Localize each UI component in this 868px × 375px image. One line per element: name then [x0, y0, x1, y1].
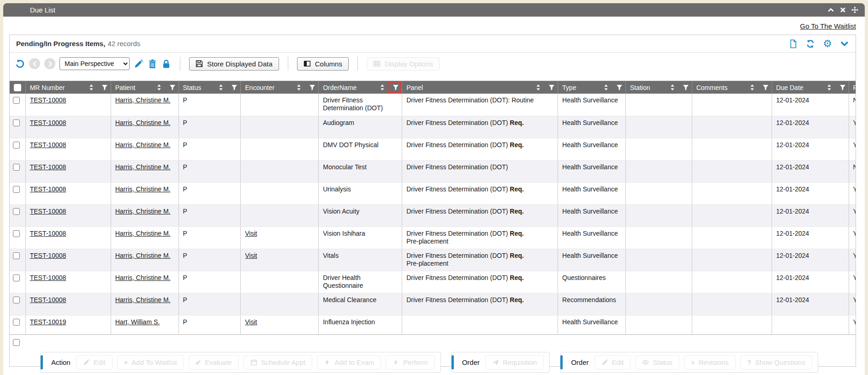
filter-icon[interactable]	[837, 84, 846, 91]
new-document-icon[interactable]	[789, 39, 798, 48]
sort-icon[interactable]	[153, 84, 162, 91]
select-all-header[interactable]	[10, 81, 25, 94]
mr-number-link[interactable]: TEST-10008	[30, 252, 66, 259]
next-perspective-button[interactable]	[44, 58, 55, 69]
filter-icon[interactable]	[99, 84, 108, 91]
perspective-select[interactable]: Main Perspective	[59, 57, 130, 70]
row-checkbox[interactable]	[13, 297, 20, 304]
mr-number-link[interactable]: TEST-10008	[30, 96, 66, 104]
column-header-encounter[interactable]: Encounter	[241, 81, 319, 94]
filter-icon[interactable]	[680, 84, 689, 91]
sort-icon[interactable]	[600, 84, 609, 91]
mr-number-link[interactable]: TEST-10008	[30, 119, 66, 126]
row-checkbox[interactable]	[13, 97, 20, 104]
mr-number-link[interactable]: TEST-10008	[30, 141, 66, 149]
mr-number-link[interactable]: TEST-10008	[30, 208, 66, 215]
delete-perspective-icon[interactable]	[148, 59, 157, 69]
window-content: Go To The Waitlist Pending/In Progress I…	[3, 17, 865, 375]
sort-icon[interactable]	[215, 84, 224, 91]
patient-link[interactable]: Harris, Christine M.	[115, 185, 171, 193]
patient-link[interactable]: Harris, Christine M.	[115, 252, 171, 259]
column-header-comments[interactable]: Comments	[692, 81, 772, 94]
select-all-bottom-checkbox[interactable]	[13, 339, 20, 346]
patient-link[interactable]: Harris, Christine M.	[115, 296, 171, 304]
patient-link[interactable]: Harris, Christine M.	[115, 141, 171, 149]
mr-number-link[interactable]: TEST-10008	[30, 296, 66, 304]
mr-number-link[interactable]: TEST-10008	[30, 274, 66, 281]
filter-icon[interactable]	[760, 84, 769, 91]
filter-icon-highlighted[interactable]	[390, 84, 399, 91]
visit-link[interactable]: Visit	[245, 252, 257, 259]
sort-icon[interactable]	[376, 84, 386, 91]
station-cell	[625, 182, 692, 204]
gear-icon[interactable]: ⚙	[823, 39, 832, 48]
undo-icon[interactable]	[15, 59, 25, 69]
row-checkbox[interactable]	[13, 319, 20, 326]
previous-perspective-button[interactable]	[29, 58, 40, 69]
close-icon[interactable]	[839, 6, 846, 13]
patient-link[interactable]: Harris, Christine M.	[115, 119, 171, 126]
select-all-checkbox[interactable]	[14, 84, 21, 91]
button-label: Requisition	[503, 358, 537, 366]
visit-link[interactable]: Visit	[245, 318, 257, 326]
columns-button[interactable]: Columns	[297, 57, 349, 71]
required-cell: Yes	[849, 138, 856, 160]
filter-icon[interactable]	[228, 84, 238, 91]
column-header-station[interactable]: Station	[625, 81, 692, 94]
row-checkbox[interactable]	[13, 274, 20, 281]
station-cell	[625, 94, 692, 116]
patient-link[interactable]: Harris, Christine M.	[115, 274, 171, 281]
column-header-status[interactable]: Status	[178, 81, 241, 94]
patient-link[interactable]: Harris, Christine M.	[115, 163, 171, 171]
go-to-waitlist-link[interactable]: Go To The Waitlist	[800, 22, 856, 30]
collapse-icon[interactable]	[827, 6, 834, 13]
column-header-order[interactable]: OrderName	[319, 81, 402, 94]
sort-icon[interactable]	[85, 84, 95, 91]
required-cell: No	[849, 160, 856, 182]
column-header-due_date[interactable]: Due Date	[772, 81, 849, 94]
type-cell: Health Surveillance	[558, 315, 626, 335]
row-checkbox[interactable]	[13, 230, 20, 237]
filter-icon[interactable]	[306, 84, 315, 91]
mr-number-link[interactable]: TEST-10008	[30, 230, 66, 237]
move-icon[interactable]	[851, 6, 858, 13]
column-header-type[interactable]: Type	[558, 81, 626, 94]
encounter-cell: Visit	[241, 249, 319, 271]
filter-icon[interactable]	[613, 84, 623, 91]
store-displayed-data-button[interactable]: Store Displayed Data	[189, 57, 279, 71]
refresh-icon[interactable]	[806, 39, 815, 48]
row-checkbox[interactable]	[13, 252, 20, 259]
row-checkbox[interactable]	[13, 186, 20, 193]
column-header-patient[interactable]: Patient	[111, 81, 178, 94]
mr-number-link[interactable]: TEST-10019	[30, 318, 66, 326]
comments-cell	[692, 249, 772, 271]
mr-number-link[interactable]: TEST-10008	[30, 163, 66, 171]
row-checkbox[interactable]	[13, 142, 20, 149]
row-checkbox[interactable]	[13, 119, 20, 126]
sort-icon[interactable]	[666, 84, 676, 91]
row-checkbox[interactable]	[13, 208, 20, 215]
row-checkbox[interactable]	[13, 164, 20, 171]
edit-perspective-icon[interactable]	[134, 59, 143, 69]
sort-icon[interactable]	[293, 84, 302, 91]
patient-link[interactable]: Harris, Christine M.	[115, 230, 171, 237]
sort-icon[interactable]	[746, 84, 755, 91]
lock-icon[interactable]	[161, 59, 171, 69]
chevron-down-icon[interactable]	[840, 39, 849, 48]
column-header-panel[interactable]: Panel	[402, 81, 558, 94]
mr-number-link[interactable]: TEST-10008	[30, 185, 66, 193]
order-name-cell: DMV DOT Physical	[319, 138, 402, 160]
type-cell: Health Surveillance	[558, 182, 626, 204]
column-header-mr[interactable]: MR Number	[25, 81, 111, 94]
panel-cell: Driver Fitness Determination (DOT) Req.	[402, 116, 558, 138]
patient-link[interactable]: Harris, Christine M.	[115, 208, 171, 215]
patient-link[interactable]: Harris, Christine M.	[115, 96, 171, 104]
filter-icon[interactable]	[546, 84, 555, 91]
visit-link[interactable]: Visit	[245, 230, 257, 237]
status-cell: P	[178, 160, 241, 182]
patient-link[interactable]: Hart, William S.	[115, 318, 160, 326]
group-accent-bar	[560, 355, 563, 369]
sort-icon[interactable]	[823, 84, 832, 91]
filter-icon[interactable]	[166, 84, 176, 91]
sort-icon[interactable]	[532, 84, 541, 91]
